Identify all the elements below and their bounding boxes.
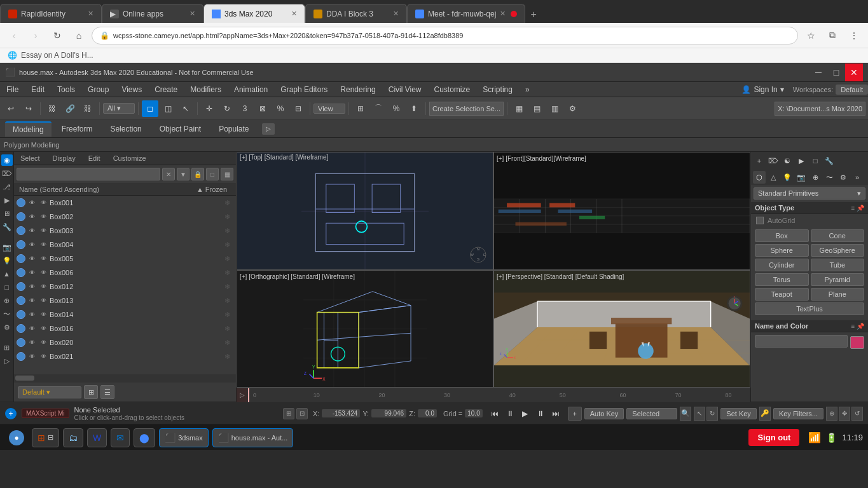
settings-button[interactable]: ⚙ xyxy=(564,100,581,117)
taskbar-app-outlook[interactable]: ✉ xyxy=(111,428,130,447)
search-options-btn[interactable]: ▼ xyxy=(177,168,189,180)
viewport-top[interactable]: [+] [Top] [Standard] [Wireframe] xyxy=(237,152,493,270)
btn-geosphere[interactable]: GeoSphere xyxy=(811,244,865,257)
standard-primitives-dropdown[interactable]: Standard Primitives ▾ xyxy=(754,187,865,200)
play-btn[interactable]: ▶ xyxy=(518,407,532,421)
orbit2-btn[interactable]: ↺ xyxy=(851,407,863,421)
motion-icon[interactable]: ▶ xyxy=(1,194,13,206)
eye2-icon-box005[interactable]: 👁 xyxy=(38,254,48,263)
menu-group[interactable]: Group xyxy=(81,82,115,97)
helpers-icon[interactable]: ⊕ xyxy=(1,295,13,306)
move-button[interactable]: ✛ xyxy=(201,100,217,117)
list-item-box001[interactable]: 👁 👁 Box001 ❄ xyxy=(14,196,236,210)
menu-graph-editors[interactable]: Graph Editors xyxy=(274,82,334,97)
search-layers-btn[interactable]: ▦ xyxy=(221,168,233,180)
eye2-icon-box004[interactable]: 👁 xyxy=(38,240,48,249)
object-type-header[interactable]: Object Type ≡ 📌 xyxy=(751,202,868,214)
taskbar-app-explorer[interactable]: 🗂 xyxy=(63,428,83,447)
magnify-btn[interactable]: 🔍 xyxy=(680,407,691,421)
tab-modeling[interactable]: Modeling xyxy=(5,121,52,137)
taskbar-start[interactable]: ● xyxy=(5,426,28,449)
home-button[interactable]: ⌂ xyxy=(70,27,88,44)
eye-icon-box013[interactable]: 👁 xyxy=(27,296,37,305)
btn-tube[interactable]: Tube xyxy=(811,259,865,271)
taskbar-app-housefile[interactable]: ⬛ house.max - Aut... xyxy=(212,428,294,447)
snap-toggle-button[interactable]: ⊞ xyxy=(352,100,369,117)
menu-create[interactable]: Create xyxy=(148,82,184,97)
menu-animation[interactable]: Animation xyxy=(228,82,274,97)
tab-populate[interactable]: Populate xyxy=(211,121,256,137)
list-item-box021[interactable]: 👁 👁 Box021 ❄ xyxy=(14,349,236,363)
eye-icon-box004[interactable]: 👁 xyxy=(27,240,37,249)
select-region-button[interactable]: ◫ xyxy=(160,100,176,117)
browser-menu-button[interactable]: ⋮ xyxy=(845,27,863,44)
list-item-box014[interactable]: 👁 👁 Box014 ❄ xyxy=(14,308,236,322)
zoom-btn[interactable]: ⊕ xyxy=(826,407,837,421)
eye-icon-box021[interactable]: 👁 xyxy=(27,352,37,361)
viewport-ortho[interactable]: [+] [Orthographic] [Standard] [Wireframe… xyxy=(237,270,493,388)
btn-cone[interactable]: Cone xyxy=(811,229,865,242)
tab-selection[interactable]: Selection xyxy=(102,121,149,137)
cmd-light-icon[interactable]: 💡 xyxy=(781,171,794,184)
redo-button[interactable]: ↪ xyxy=(20,100,37,117)
selected-dropdown[interactable]: Selected xyxy=(626,408,677,419)
name-color-header[interactable]: Name and Color ≡ 📌 xyxy=(751,320,868,332)
auto-key-btn[interactable]: Auto Key xyxy=(584,408,624,419)
eye-icon-box002[interactable]: 👁 xyxy=(27,212,37,221)
angle-snap-button[interactable]: ⌒ xyxy=(370,100,387,117)
h-scrollbar[interactable] xyxy=(14,374,236,382)
key-filters-btn[interactable]: Key Filters... xyxy=(773,408,823,419)
layer-dropdown[interactable]: Default ▾ xyxy=(18,386,81,398)
list-item-box006[interactable]: 👁 👁 Box006 ❄ xyxy=(14,266,236,280)
select-object-button[interactable]: ↖ xyxy=(177,100,194,117)
search-filter-btn[interactable]: ✕ xyxy=(162,168,175,180)
maximize-button[interactable]: □ xyxy=(827,64,845,81)
menu-file[interactable]: File xyxy=(0,82,25,97)
close-button[interactable]: ✕ xyxy=(845,64,863,81)
camera-icon[interactable]: 📷 xyxy=(1,241,13,253)
link-button[interactable]: ⛓ xyxy=(44,100,60,117)
containers-button[interactable]: ▥ xyxy=(546,100,563,117)
btn-pyramid[interactable]: Pyramid xyxy=(811,273,865,286)
timeline-playhead[interactable] xyxy=(248,388,249,402)
eye-icon-box003[interactable]: 👁 xyxy=(27,226,37,235)
menu-scripting[interactable]: Scripting xyxy=(476,82,519,97)
list-item-box013[interactable]: 👁 👁 Box013 ❄ xyxy=(14,294,236,308)
menu-modifiers[interactable]: Modifiers xyxy=(184,82,228,97)
timeline-track[interactable]: 0 10 20 30 40 50 60 70 80 xyxy=(248,388,750,402)
bind-button[interactable]: ⛓ xyxy=(79,100,96,117)
eye-icon-box016[interactable]: 👁 xyxy=(27,324,37,333)
snap-status-btn[interactable]: ⊞ xyxy=(283,408,294,419)
essay-tab[interactable]: 🌐 Essay on A Doll's H... xyxy=(0,48,868,63)
eye2-icon-box006[interactable]: 👁 xyxy=(38,268,48,277)
sign-out-button[interactable]: Sign out xyxy=(748,429,799,446)
panel-tab-select[interactable]: Select xyxy=(14,152,46,165)
panel-tab-customize[interactable]: Customize xyxy=(107,152,153,165)
orbit-btn[interactable]: ↻ xyxy=(706,407,718,421)
forward-button[interactable]: › xyxy=(27,27,45,44)
tab-freeform[interactable]: Freeform xyxy=(54,121,100,137)
eye2-icon-box001[interactable]: 👁 xyxy=(38,198,48,207)
subtab-more[interactable]: ▷ xyxy=(262,123,275,135)
btn-plane[interactable]: Plane xyxy=(811,288,865,301)
cmd-motion-icon[interactable]: ▶ xyxy=(795,154,808,167)
scale2-button[interactable]: ⊠ xyxy=(254,100,271,117)
lights-icon[interactable]: 💡 xyxy=(1,255,13,266)
list-item-box002[interactable]: 👁 👁 Box002 ❄ xyxy=(14,210,236,224)
create-icon[interactable]: ◉ xyxy=(1,154,13,166)
address-bar[interactable]: 🔒 wcpss-stone.cameyo.net/app.html?appNam… xyxy=(92,27,798,44)
menu-more[interactable]: » xyxy=(519,82,536,97)
object-name-input[interactable] xyxy=(755,335,848,348)
minimize-button[interactable]: ─ xyxy=(809,64,827,81)
tab-object-paint[interactable]: Object Paint xyxy=(152,121,209,137)
sign-in-button[interactable]: 👤 Sign In ▾ xyxy=(735,85,790,94)
layers-button[interactable]: ▦ xyxy=(511,100,527,117)
tab-3dsmax[interactable]: 3ds Max 2020 ✕ xyxy=(203,4,305,23)
eye2-icon-box003[interactable]: 👁 xyxy=(38,226,48,235)
pan2-btn[interactable]: ✥ xyxy=(839,407,850,421)
cmd-shape-icon[interactable]: △ xyxy=(767,171,780,184)
select-button[interactable]: ◻ xyxy=(142,100,158,117)
cmd-geometry-icon[interactable]: ⬡ xyxy=(753,171,766,184)
menu-customize[interactable]: Customize xyxy=(428,82,477,97)
eye2-icon-box013[interactable]: 👁 xyxy=(38,296,48,305)
